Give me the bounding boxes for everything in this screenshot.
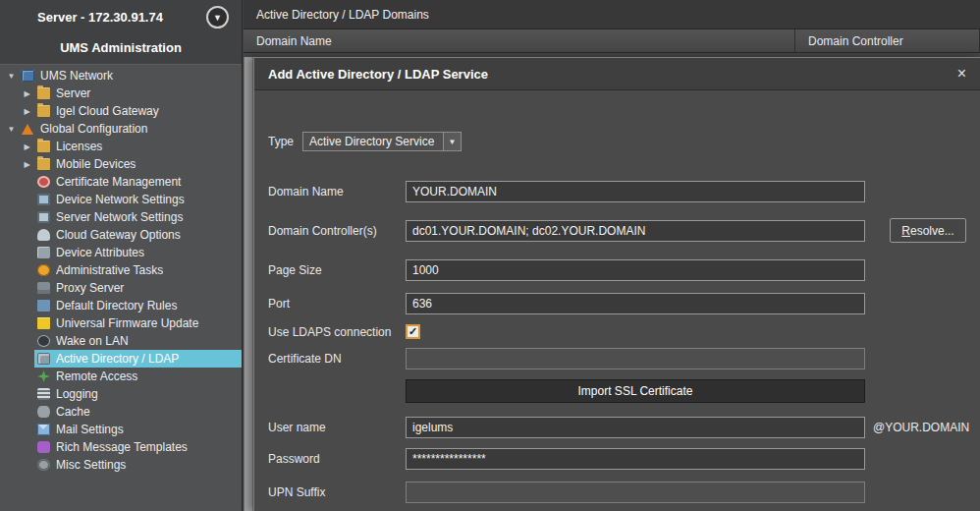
certificate-dn-row: Certificate DN — [268, 348, 970, 369]
breadcrumb-bar: Active Directory / LDAP Domains — [244, 0, 980, 29]
sidebar-item-default-directory-rules[interactable]: Default Directory Rules — [0, 297, 242, 314]
sidebar-item-wake-on-lan[interactable]: Wake on LAN — [0, 332, 242, 350]
table-vertical-scrollbar[interactable] — [244, 57, 253, 511]
folder-icon — [37, 105, 50, 117]
sidebar-item-label: UMS Network — [40, 69, 113, 83]
table-header-row: Domain Name Domain Controller — [244, 29, 980, 53]
sidebar-item-global-configuration[interactable]: ▼Global Configuration — [0, 120, 242, 138]
sidebar-item-active-directory-ldap[interactable]: Active Directory / LDAP — [0, 350, 242, 368]
close-icon[interactable]: × — [957, 66, 966, 82]
sidebar-item-device-network-settings[interactable]: Device Network Settings — [0, 191, 242, 208]
upn-suffix-row: UPN Suffix — [268, 482, 970, 503]
sidebar-item-logging[interactable]: Logging — [0, 385, 242, 403]
chevron-down-icon: ▼ — [213, 13, 222, 23]
tree-row-body: Server — [34, 85, 242, 102]
tree-collapsed-icon[interactable]: ▶ — [20, 160, 34, 169]
tree-row-body: Universal Firmware Update — [34, 314, 242, 332]
port-label: Port — [268, 297, 406, 311]
server-dropdown-button[interactable]: ▼ — [206, 6, 229, 28]
sidebar-item-licenses[interactable]: ▶Licenses — [0, 138, 242, 155]
sidebar-item-universal-firmware-update[interactable]: Universal Firmware Update — [0, 314, 242, 332]
sidebar-item-administrative-tasks[interactable]: Administrative Tasks — [0, 261, 242, 279]
sidebar-item-label: Administrative Tasks — [56, 263, 163, 277]
page-size-row: Page Size — [268, 259, 970, 281]
folder-icon — [37, 158, 50, 170]
type-row: Type Active Directory Service ▼ — [268, 131, 970, 152]
sidebar-item-server-network-settings[interactable]: Server Network Settings — [0, 208, 242, 226]
tree-collapsed-icon[interactable]: ▶ — [20, 107, 34, 116]
port-input[interactable] — [406, 293, 865, 314]
user-name-input[interactable] — [406, 417, 865, 438]
certificate-icon — [37, 176, 50, 188]
sidebar-item-label: Default Directory Rules — [56, 299, 177, 312]
sidebar-item-cloud-gateway-options[interactable]: Cloud Gateway Options — [0, 226, 242, 244]
column-header-domain-name[interactable]: Domain Name — [244, 29, 795, 52]
sidebar-item-device-attributes[interactable]: Device Attributes — [0, 244, 242, 261]
domain-name-label: Domain Name — [268, 185, 406, 199]
sidebar-item-mobile-devices[interactable]: ▶Mobile Devices — [0, 155, 242, 173]
password-row: Password — [268, 448, 970, 470]
sidebar-item-label: Wake on LAN — [56, 334, 129, 348]
tree-collapsed-icon[interactable]: ▶ — [20, 142, 34, 151]
server-title: Server - 172.30.91.74 — [37, 10, 163, 25]
main-content: Active Directory / LDAP Domains Domain N… — [244, 0, 980, 511]
sidebar-item-label: Licenses — [56, 140, 102, 153]
tree-row-body: Mobile Devices — [34, 155, 242, 173]
sidebar-item-certificate-management[interactable]: Certificate Management — [0, 173, 242, 191]
page-size-label: Page Size — [268, 263, 406, 277]
sidebar-item-label: Rich Message Templates — [56, 440, 188, 454]
domain-controllers-input[interactable] — [406, 220, 865, 242]
tree-collapsed-icon[interactable]: ▶ — [20, 89, 34, 98]
cache-icon — [37, 406, 50, 418]
import-ssl-certificate-button[interactable]: Import SSL Certificate — [406, 379, 865, 403]
wol-icon — [37, 335, 50, 347]
user-name-domain-suffix: @YOUR.DOMAIN — [873, 421, 969, 434]
tree-row-body: Misc Settings — [34, 456, 242, 474]
sidebar-item-label: Mobile Devices — [56, 157, 136, 171]
tree-row-body: Server Network Settings — [34, 208, 242, 226]
sidebar-item-label: Cache — [56, 405, 90, 419]
tree-row-body: Administrative Tasks — [34, 261, 242, 279]
resolve-button[interactable]: Resolve... — [890, 218, 966, 243]
ums-administration-title: UMS Administration — [0, 40, 242, 55]
sidebar-item-label: Misc Settings — [56, 458, 126, 472]
sidebar-item-rich-message-templates[interactable]: Rich Message Templates — [0, 438, 242, 456]
sidebar-item-ums-network[interactable]: ▼UMS Network — [0, 67, 242, 85]
combo-arrow-button[interactable]: ▼ — [443, 133, 461, 150]
sidebar-item-igel-cloud-gateway[interactable]: ▶Igel Cloud Gateway — [0, 102, 242, 120]
sidebar: Server - 172.30.91.74 ▼ UMS Administrati… — [0, 0, 243, 511]
remote-access-icon — [37, 370, 50, 382]
sidebar-item-label: Global Configuration — [40, 122, 147, 136]
sidebar-item-label: Proxy Server — [56, 281, 124, 295]
tree-expanded-icon[interactable]: ▼ — [4, 125, 19, 134]
certificate-dn-input — [406, 348, 865, 369]
sidebar-item-misc-settings[interactable]: Misc Settings — [0, 456, 242, 474]
sidebar-item-proxy-server[interactable]: Proxy Server — [0, 279, 242, 297]
sidebar-item-label: Server Network Settings — [56, 210, 183, 224]
sidebar-item-label: Universal Firmware Update — [56, 316, 198, 330]
user-name-row: User name @YOUR.DOMAIN — [268, 417, 970, 438]
tree-row-body: UMS Network — [19, 67, 242, 85]
sidebar-item-label: Server — [56, 86, 90, 100]
sidebar-item-cache[interactable]: Cache — [0, 403, 242, 421]
folder-icon — [37, 141, 50, 152]
sidebar-item-label: Remote Access — [56, 369, 137, 383]
template-icon — [37, 441, 50, 453]
user-name-label: User name — [268, 421, 406, 434]
tree-expanded-icon[interactable]: ▼ — [4, 72, 19, 81]
domain-name-input[interactable] — [406, 181, 865, 202]
column-header-domain-controller[interactable]: Domain Controller — [795, 29, 980, 52]
page-size-input[interactable] — [406, 259, 865, 281]
sidebar-item-remote-access[interactable]: Remote Access — [0, 368, 242, 385]
ldaps-checkbox[interactable]: ✓ — [406, 324, 420, 339]
sidebar-item-server[interactable]: ▶Server — [0, 85, 242, 102]
breadcrumb: Active Directory / LDAP Domains — [256, 8, 429, 22]
type-select[interactable]: Active Directory Service ▼ — [302, 132, 462, 151]
ldaps-label: Use LDAPS connection — [268, 325, 406, 339]
password-input[interactable] — [406, 448, 865, 470]
sidebar-item-mail-settings[interactable]: Mail Settings — [0, 421, 242, 438]
monitor-icon — [37, 194, 50, 205]
firmware-icon — [37, 317, 50, 329]
type-label: Type — [268, 135, 294, 148]
upn-suffix-input — [406, 482, 865, 503]
